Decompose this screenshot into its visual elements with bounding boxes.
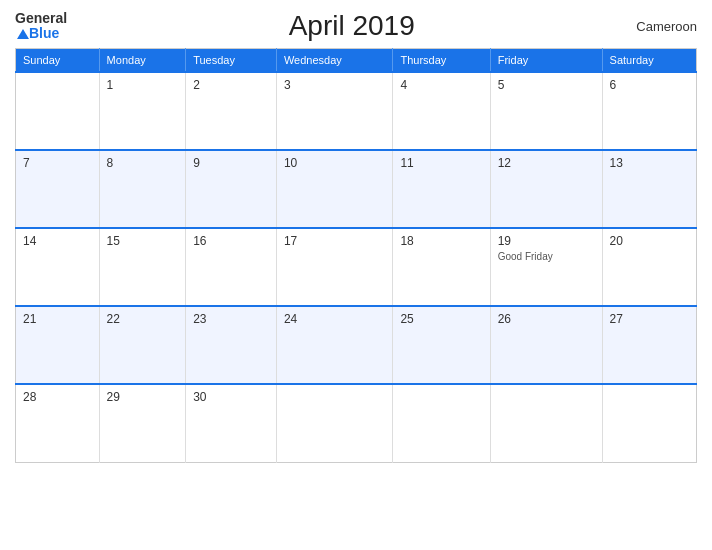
day-number: 19 — [498, 234, 595, 248]
calendar-day-cell: 2 — [186, 72, 277, 150]
day-of-week-header: Monday — [99, 49, 186, 73]
calendar-day-cell: 24 — [276, 306, 393, 384]
day-number: 25 — [400, 312, 482, 326]
calendar-day-cell: 1 — [99, 72, 186, 150]
day-of-week-header: Saturday — [602, 49, 696, 73]
day-number: 10 — [284, 156, 386, 170]
calendar-day-cell: 7 — [16, 150, 100, 228]
calendar-day-cell: 6 — [602, 72, 696, 150]
calendar-header: General Blue April 2019 Cameroon — [15, 10, 697, 42]
logo-triangle-icon — [17, 29, 29, 39]
day-number: 2 — [193, 78, 269, 92]
calendar-day-cell: 22 — [99, 306, 186, 384]
calendar-week-row: 141516171819Good Friday20 — [16, 228, 697, 306]
logo: General Blue — [15, 11, 67, 42]
calendar-day-cell: 23 — [186, 306, 277, 384]
day-number: 30 — [193, 390, 269, 404]
calendar-day-cell: 30 — [186, 384, 277, 462]
calendar-day-cell — [16, 72, 100, 150]
calendar-week-row: 78910111213 — [16, 150, 697, 228]
calendar-day-cell: 4 — [393, 72, 490, 150]
day-number: 3 — [284, 78, 386, 92]
calendar-day-cell: 9 — [186, 150, 277, 228]
day-number: 26 — [498, 312, 595, 326]
calendar-day-cell: 10 — [276, 150, 393, 228]
calendar-day-cell: 25 — [393, 306, 490, 384]
calendar-day-cell: 14 — [16, 228, 100, 306]
day-number: 18 — [400, 234, 482, 248]
calendar-day-cell — [490, 384, 602, 462]
calendar-header-row: SundayMondayTuesdayWednesdayThursdayFrid… — [16, 49, 697, 73]
calendar-day-cell: 26 — [490, 306, 602, 384]
calendar-week-row: 123456 — [16, 72, 697, 150]
day-number: 24 — [284, 312, 386, 326]
day-number: 7 — [23, 156, 92, 170]
day-of-week-header: Tuesday — [186, 49, 277, 73]
calendar-day-cell: 20 — [602, 228, 696, 306]
calendar-day-cell: 28 — [16, 384, 100, 462]
calendar-title: April 2019 — [289, 10, 415, 42]
event-label: Good Friday — [498, 251, 595, 262]
day-number: 1 — [107, 78, 179, 92]
calendar-day-cell: 15 — [99, 228, 186, 306]
calendar-day-cell: 21 — [16, 306, 100, 384]
day-number: 23 — [193, 312, 269, 326]
calendar-week-row: 282930 — [16, 384, 697, 462]
day-number: 28 — [23, 390, 92, 404]
country-label: Cameroon — [636, 19, 697, 34]
day-number: 14 — [23, 234, 92, 248]
calendar-day-cell: 17 — [276, 228, 393, 306]
day-number: 16 — [193, 234, 269, 248]
day-number: 9 — [193, 156, 269, 170]
day-number: 4 — [400, 78, 482, 92]
day-of-week-header: Thursday — [393, 49, 490, 73]
day-number: 12 — [498, 156, 595, 170]
calendar-day-cell: 27 — [602, 306, 696, 384]
calendar-day-cell: 12 — [490, 150, 602, 228]
day-number: 8 — [107, 156, 179, 170]
calendar-table: SundayMondayTuesdayWednesdayThursdayFrid… — [15, 48, 697, 463]
day-of-week-header: Wednesday — [276, 49, 393, 73]
calendar-day-cell: 8 — [99, 150, 186, 228]
calendar-day-cell — [602, 384, 696, 462]
logo-general-text: General — [15, 11, 67, 26]
calendar-day-cell: 18 — [393, 228, 490, 306]
calendar-day-cell — [393, 384, 490, 462]
day-of-week-header: Sunday — [16, 49, 100, 73]
calendar-week-row: 21222324252627 — [16, 306, 697, 384]
day-number: 11 — [400, 156, 482, 170]
logo-blue-text: Blue — [29, 26, 59, 41]
calendar-day-cell: 29 — [99, 384, 186, 462]
calendar-day-cell: 3 — [276, 72, 393, 150]
day-number: 6 — [610, 78, 689, 92]
calendar-day-cell: 19Good Friday — [490, 228, 602, 306]
day-number: 20 — [610, 234, 689, 248]
day-number: 27 — [610, 312, 689, 326]
day-of-week-header: Friday — [490, 49, 602, 73]
calendar-day-cell: 11 — [393, 150, 490, 228]
calendar-day-cell: 16 — [186, 228, 277, 306]
calendar-day-cell: 5 — [490, 72, 602, 150]
day-number: 5 — [498, 78, 595, 92]
day-number: 13 — [610, 156, 689, 170]
calendar-day-cell: 13 — [602, 150, 696, 228]
day-number: 22 — [107, 312, 179, 326]
day-number: 21 — [23, 312, 92, 326]
day-number: 15 — [107, 234, 179, 248]
calendar-day-cell — [276, 384, 393, 462]
day-number: 29 — [107, 390, 179, 404]
day-number: 17 — [284, 234, 386, 248]
